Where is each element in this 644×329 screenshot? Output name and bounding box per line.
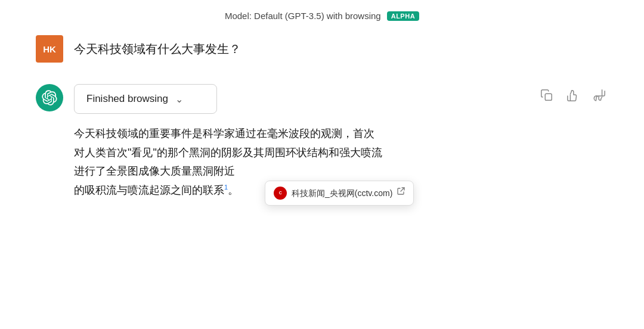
chat-area: HK 今天科技领域有什么大事发生？ Finished browsing ⌄ 今天… — [0, 29, 644, 212]
openai-logo-icon — [42, 90, 57, 105]
browsing-box-text: Finished browsing — [86, 93, 168, 105]
assistant-row-inner: Finished browsing ⌄ 今天科技领域的重要事件是科学家通过在毫米… — [74, 84, 608, 200]
cctv-logo-icon: C — [274, 187, 287, 200]
assistant-main: Finished browsing ⌄ 今天科技领域的重要事件是科学家通过在毫米… — [74, 84, 538, 200]
alpha-badge: ALPHA — [387, 11, 419, 21]
response-line4: 的吸积流与喷流起源之间的联系 — [74, 184, 224, 196]
action-buttons — [538, 84, 608, 104]
response-line1: 今天科技领域的重要事件是科学家通过在毫米波段的观测，首次 — [74, 128, 374, 139]
user-message-row: HK 今天科技领域有什么大事发生？ — [36, 35, 608, 63]
response-line3: 进行了全景图成像 — [74, 165, 160, 177]
assistant-avatar — [36, 84, 63, 111]
response-after-tooltip: 大质量黑洞附近 — [160, 165, 235, 177]
assistant-response-text: 今天科技领域的重要事件是科学家通过在毫米波段的观测，首次 对人类首次"看见"的那… — [74, 125, 538, 200]
user-message-text: 今天科技领域有什么大事发生？ — [74, 35, 241, 58]
tooltip-site-name: 科技新闻_央视网(cctv.com) — [292, 186, 392, 201]
svg-line-0 — [401, 188, 404, 191]
assistant-message-row: Finished browsing ⌄ 今天科技领域的重要事件是科学家通过在毫米… — [36, 84, 608, 200]
svg-rect-1 — [545, 94, 552, 100]
copy-button[interactable] — [538, 86, 556, 104]
external-link-icon — [397, 186, 405, 200]
source-tooltip[interactable]: C 科技新闻_央视网(cctv.com) — [265, 181, 414, 206]
chevron-down-icon: ⌄ — [175, 94, 183, 105]
end-punctuation: 。 — [228, 184, 239, 196]
model-label: Model: Default (GPT-3.5) with browsing — [225, 11, 381, 21]
top-bar: Model: Default (GPT-3.5) with browsing A… — [0, 0, 644, 29]
browsing-box[interactable]: Finished browsing ⌄ — [74, 84, 217, 114]
thumbs-down-button[interactable] — [590, 86, 608, 104]
response-line2: 对人类首次"看见"的那个黑洞的阴影及其周围环状结构和强大喷流 — [74, 147, 382, 159]
thumbs-up-button[interactable] — [564, 86, 582, 104]
user-avatar: HK — [36, 35, 63, 63]
